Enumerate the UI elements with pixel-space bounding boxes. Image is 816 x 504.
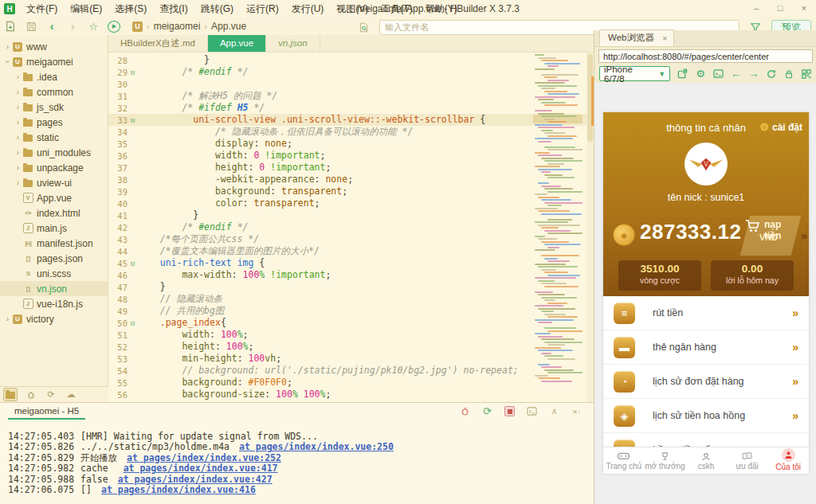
tab-headset[interactable]: cskh bbox=[685, 447, 727, 474]
minimize-button[interactable]: – bbox=[744, 0, 768, 18]
sync-icon[interactable]: ⟳ bbox=[45, 389, 57, 400]
menu-item[interactable]: 编辑(E) bbox=[64, 0, 108, 18]
tree-item[interactable]: ›pages bbox=[0, 115, 108, 130]
stop-icon[interactable] bbox=[504, 405, 516, 417]
settings-button[interactable]: ⚙ cài đặt bbox=[759, 121, 802, 133]
log-message: ../../static/mp3/holdme.m4a bbox=[80, 441, 230, 452]
tree-item[interactable]: ›common bbox=[0, 84, 108, 100]
back-arrow-icon[interactable]: ← bbox=[731, 68, 741, 80]
tab-gamepad[interactable]: Trang chủ bbox=[603, 447, 645, 474]
tree-arrow-icon[interactable]: › bbox=[3, 57, 12, 66]
close-icon[interactable]: × bbox=[662, 33, 667, 43]
tab-person[interactable]: Của tôi bbox=[767, 447, 809, 474]
web-browser-tab[interactable]: Web浏览器 × bbox=[599, 29, 674, 46]
tree-arrow-icon[interactable]: › bbox=[14, 148, 22, 157]
menu-item[interactable]: 查找(I) bbox=[153, 0, 194, 18]
avatar[interactable]: V bbox=[685, 143, 728, 186]
tree-item[interactable]: Jmain.js bbox=[0, 221, 108, 236]
menu-item[interactable]: 发行(U) bbox=[285, 0, 331, 18]
tree-item[interactable]: <>index.html bbox=[0, 205, 108, 221]
goto-file-icon[interactable] bbox=[353, 19, 374, 35]
tree-item[interactable]: ›uni_modules bbox=[0, 145, 108, 160]
breadcrumb-file[interactable]: App.vue bbox=[211, 21, 246, 32]
device-selector[interactable]: iPhone 6/7/8 ▼ bbox=[599, 66, 670, 81]
editor-tab[interactable]: vn.json bbox=[266, 35, 320, 52]
maximize-button[interactable]: □ bbox=[768, 0, 792, 18]
tab-trophy[interactable]: mở thưởng bbox=[645, 447, 686, 474]
editor-tab[interactable]: HBuilderX自述.md bbox=[108, 35, 208, 52]
tree-arrow-icon[interactable]: › bbox=[3, 42, 12, 51]
recharge-button[interactable]: nạp tiền bbox=[745, 219, 793, 241]
output-icon[interactable] bbox=[526, 405, 538, 417]
log-source-link[interactable]: at pages/index/index.vue:416 bbox=[101, 484, 256, 495]
menu-item[interactable]: 运行(R) bbox=[240, 0, 285, 18]
run-icon[interactable]: ▶ bbox=[104, 18, 124, 34]
cloud-icon[interactable]: ☁ bbox=[65, 389, 77, 400]
tree-item[interactable]: ›uview-ui bbox=[0, 175, 108, 190]
tree-arrow-icon[interactable]: › bbox=[14, 72, 22, 81]
star-icon[interactable]: ☆ bbox=[83, 18, 104, 34]
settings-gear-icon[interactable]: ⚙ bbox=[695, 68, 705, 80]
tree-item[interactable]: VApp.vue bbox=[0, 190, 108, 205]
log-source-link[interactable]: at pages/index/index.vue:252 bbox=[127, 452, 281, 463]
tree-item[interactable]: ›Uvictory bbox=[0, 311, 108, 326]
log-source-link[interactable]: at pages/index/index.vue:427 bbox=[118, 474, 273, 485]
menu-item[interactable]: 文件(F) bbox=[20, 0, 64, 18]
tree-item[interactable]: Suni.scss bbox=[0, 266, 108, 281]
tree-item[interactable]: Jvue-i18n.js bbox=[0, 296, 108, 311]
forward-arrow-icon[interactable]: → bbox=[748, 68, 759, 80]
url-input[interactable] bbox=[598, 49, 813, 63]
code-editor[interactable]: 28 }29⊟ /* #endif */3031 /* 解决H5 的问题 */3… bbox=[108, 53, 594, 404]
lock-icon[interactable] bbox=[784, 68, 794, 80]
tree-item[interactable]: [ ]vn.json bbox=[0, 281, 108, 296]
console-tab[interactable]: meigaomei - H5 bbox=[8, 404, 85, 420]
tree-item[interactable]: ›js_sdk bbox=[0, 100, 108, 115]
editor-scrollbar[interactable] bbox=[586, 53, 594, 403]
back-icon[interactable]: ‹ bbox=[41, 18, 62, 34]
debug-icon[interactable] bbox=[459, 405, 471, 417]
tree-item[interactable]: [ ]pages.json bbox=[0, 251, 108, 266]
menu-item[interactable]: 选择(S) bbox=[108, 0, 153, 18]
tree-item[interactable]: ›unpackage bbox=[0, 160, 108, 175]
qrcode-icon[interactable] bbox=[802, 68, 812, 80]
save-icon[interactable] bbox=[21, 18, 41, 34]
fold-icon[interactable]: ⊟ bbox=[128, 319, 138, 327]
collapse-icon[interactable]: ∧ bbox=[548, 405, 560, 417]
fold-icon[interactable]: ⊟ bbox=[128, 260, 138, 268]
minimap[interactable] bbox=[533, 54, 583, 398]
clear-icon[interactable]: ×↓ bbox=[571, 405, 583, 417]
forward-icon[interactable]: › bbox=[62, 18, 83, 34]
tree-item[interactable]: ›Umeigaomei bbox=[0, 54, 108, 69]
menu-item-commission[interactable]: ◈lịch sử tiền hoa hồng» bbox=[603, 399, 809, 433]
tree-arrow-icon[interactable]: › bbox=[14, 118, 22, 127]
tab-promo[interactable]: ưu đãi bbox=[727, 447, 768, 474]
menu-item-order[interactable]: ◔lịch sử đơn đặt hàng» bbox=[603, 365, 809, 399]
menu-item-withdraw[interactable]: ≡rút tiền» bbox=[603, 296, 809, 330]
tree-item[interactable]: ›static bbox=[0, 130, 108, 145]
menu-item-bank[interactable]: ▬thẻ ngân hàng» bbox=[603, 330, 809, 365]
fold-icon[interactable]: ⊟ bbox=[128, 116, 138, 124]
tree-arrow-icon[interactable]: › bbox=[14, 88, 22, 96]
open-external-icon[interactable] bbox=[677, 68, 688, 80]
tree-arrow-icon[interactable]: › bbox=[14, 103, 22, 111]
breadcrumb-project[interactable]: meigaomei bbox=[154, 21, 201, 32]
restart-icon[interactable]: ⟳ bbox=[481, 405, 493, 417]
bug-icon[interactable] bbox=[25, 389, 37, 400]
fold-icon[interactable]: ⊟ bbox=[128, 68, 138, 76]
tree-arrow-icon[interactable]: › bbox=[3, 315, 12, 323]
close-button[interactable]: × bbox=[792, 0, 816, 18]
folder-view-icon[interactable] bbox=[3, 388, 18, 401]
new-file-icon[interactable] bbox=[0, 18, 21, 34]
tree-arrow-icon[interactable]: › bbox=[14, 178, 22, 187]
devtools-icon[interactable] bbox=[713, 68, 724, 80]
tree-item[interactable]: ›.idea bbox=[0, 69, 108, 84]
menu-item[interactable]: 跳转(G) bbox=[194, 0, 240, 18]
log-source-link[interactable]: at pages/index/index.vue:417 bbox=[124, 463, 278, 474]
tree-arrow-icon[interactable]: › bbox=[14, 163, 22, 172]
refresh-icon[interactable] bbox=[766, 68, 776, 80]
tree-item[interactable]: [o]manifest.json bbox=[0, 236, 108, 251]
tree-arrow-icon[interactable]: › bbox=[14, 133, 22, 142]
log-source-link[interactable]: at pages/index/index.vue:250 bbox=[239, 441, 394, 452]
tree-item[interactable]: ›Uwww bbox=[0, 39, 108, 54]
editor-tab[interactable]: App.vue bbox=[208, 35, 266, 52]
